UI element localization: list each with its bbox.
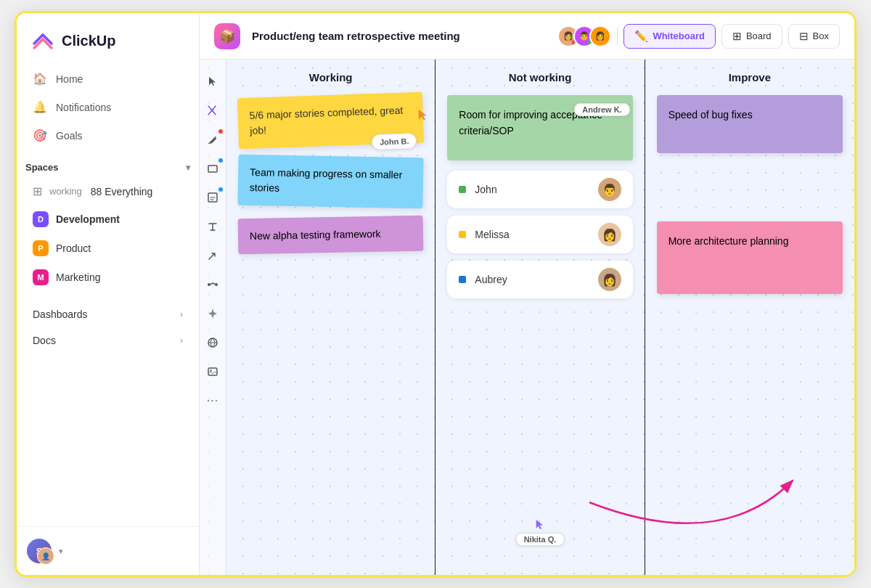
- svg-point-3: [208, 283, 210, 286]
- board-icon: ⊞: [732, 30, 742, 43]
- sidebar-item-home[interactable]: 🏠 Home: [24, 65, 192, 92]
- more-tools[interactable]: ···: [200, 388, 226, 414]
- sticky-note-i2[interactable]: More architecture planning: [657, 221, 843, 294]
- marketing-badge: M: [33, 269, 49, 285]
- docs-label: Docs: [33, 335, 56, 346]
- chevron-right-icon-2: ›: [180, 335, 183, 346]
- everything-count: working: [49, 186, 82, 197]
- cursor-arrow: [417, 107, 430, 126]
- sticky-text-w3: New alpha testing framework: [250, 228, 381, 242]
- image-tool[interactable]: [200, 359, 226, 385]
- box-view-button[interactable]: ⊟ Box: [788, 24, 840, 49]
- topbar-separator: [617, 28, 618, 45]
- page-title: Product/eng team retrospective meeting: [252, 30, 546, 42]
- columns-container: Working 5/6 major stories completed, gre…: [226, 60, 854, 575]
- sidebar-item-marketing[interactable]: M Marketing: [24, 264, 192, 291]
- globe-tool[interactable]: [200, 330, 226, 356]
- sidebar-item-docs[interactable]: Docs ›: [24, 327, 192, 354]
- user-avatar-img: 👤: [37, 547, 54, 565]
- melissa-name: Melissa: [475, 229, 589, 240]
- development-badge: D: [33, 211, 49, 227]
- product-badge: P: [33, 240, 49, 256]
- bell-icon: 🔔: [33, 100, 47, 114]
- sidebar-item-marketing-label: Marketing: [56, 271, 100, 283]
- cursor-label-andrew: Andrew K.: [574, 103, 629, 116]
- spacer: [657, 163, 843, 221]
- user-profile[interactable]: S 👤 ▾: [17, 526, 199, 575]
- box-label: Box: [813, 30, 829, 41]
- svg-point-7: [210, 369, 212, 372]
- whiteboard-view-button[interactable]: ✏️ Whiteboard: [623, 24, 716, 49]
- app-container: ClickUp 🏠 Home 🔔 Notifications 🎯 Goals S…: [15, 11, 856, 577]
- sidebar-item-development[interactable]: D Development: [24, 205, 192, 233]
- whiteboard-canvas[interactable]: ··· Working 5/6 major stories completed,…: [200, 60, 854, 575]
- rectangle-tool[interactable]: [200, 155, 226, 181]
- person-john: John 👨: [447, 171, 632, 208]
- nikita-label: Nikita Q.: [524, 535, 557, 544]
- logo-icon: [31, 29, 54, 52]
- select-tool[interactable]: [200, 68, 226, 94]
- not-working-column-title: Not working: [447, 71, 632, 83]
- sidebar-item-product-label: Product: [56, 242, 91, 254]
- home-icon: 🏠: [33, 72, 47, 86]
- sidebar-item-goals-label: Goals: [56, 130, 83, 142]
- working-column: Working 5/6 major stories completed, gre…: [226, 60, 436, 575]
- pencil-tool[interactable]: [200, 126, 226, 152]
- sidebar-item-notifications[interactable]: 🔔 Notifications: [24, 94, 192, 121]
- sticky-note-w3[interactable]: New alpha testing framework: [238, 216, 424, 254]
- svg-point-0: [211, 109, 214, 112]
- sidebar-item-goals[interactable]: 🎯 Goals: [24, 122, 192, 149]
- app-name: ClickUp: [62, 33, 115, 49]
- people-list: John 👨 Melissa 👩 Aubrey: [447, 171, 632, 298]
- svg-point-4: [215, 283, 218, 286]
- sticky-label-w1: John B.: [372, 132, 417, 150]
- whiteboard-toolbar: ···: [200, 60, 226, 575]
- andrew-label: Andrew K.: [582, 105, 621, 114]
- sticky-text-w1: 5/6 major stories completed, great job!: [249, 105, 403, 136]
- sidebar-item-dashboards[interactable]: Dashboards ›: [24, 301, 192, 327]
- text-tool[interactable]: [200, 213, 226, 240]
- sticky-note-tool[interactable]: [200, 184, 226, 211]
- spaces-label: Spaces: [25, 162, 59, 173]
- aubrey-name: Aubrey: [475, 274, 589, 285]
- box-icon: ⊟: [799, 30, 809, 43]
- whiteboard-layout: ··· Working 5/6 major stories completed,…: [200, 60, 854, 575]
- sidebar-item-development-label: Development: [56, 213, 120, 225]
- person-melissa: Melissa 👩: [447, 216, 632, 253]
- everything-label: 88 Everything: [91, 186, 153, 197]
- connector-tool[interactable]: [200, 271, 226, 298]
- svg-rect-1: [208, 166, 217, 172]
- sidebar-item-everything[interactable]: ⊞ working 88 Everything: [24, 179, 192, 204]
- improve-column: Improve Speed of bug fixes More architec…: [645, 60, 854, 575]
- sticky-note-w2[interactable]: Team making progress on smaller stories: [237, 155, 424, 208]
- goals-icon: 🎯: [33, 128, 47, 142]
- john-status-dot: [459, 186, 466, 193]
- sidebar: ClickUp 🏠 Home 🔔 Notifications 🎯 Goals S…: [17, 13, 200, 575]
- collaborators-group: 👩 👨 👩: [557, 25, 611, 47]
- whiteboard-icon: ✏️: [634, 30, 648, 43]
- sidebar-item-notifications-label: Notifications: [56, 102, 111, 113]
- aubrey-status-dot: [459, 276, 466, 283]
- dashboards-label: Dashboards: [33, 309, 88, 320]
- secondary-nav: Dashboards › Docs ›: [17, 301, 199, 354]
- arrow-tool[interactable]: [200, 242, 226, 269]
- melissa-avatar: 👩: [598, 223, 621, 246]
- melissa-status-dot: [459, 231, 466, 238]
- main-content: 📦 Product/eng team retrospective meeting…: [200, 13, 854, 575]
- app-logo: ClickUp: [17, 13, 199, 65]
- sticky-note-i1[interactable]: Speed of bug fixes: [657, 95, 843, 153]
- cursor-label-nikita: Nikita Q.: [516, 533, 565, 546]
- effects-tool[interactable]: [200, 301, 226, 327]
- sticky-note-w1[interactable]: 5/6 major stories completed, great job! …: [237, 92, 425, 150]
- avatar: S 👤: [27, 539, 52, 563]
- john-avatar: 👨: [598, 178, 621, 201]
- improve-column-title: Improve: [657, 71, 843, 83]
- spaces-section-header[interactable]: Spaces ▾: [17, 150, 199, 179]
- topbar: 📦 Product/eng team retrospective meeting…: [200, 13, 854, 60]
- magic-tool[interactable]: [200, 97, 226, 123]
- board-view-button[interactable]: ⊞ Board: [721, 24, 782, 49]
- sidebar-item-product[interactable]: P Product: [24, 234, 192, 262]
- chevron-down-icon: ▾: [186, 163, 190, 173]
- chevron-right-icon: ›: [180, 309, 183, 319]
- sticky-text-i2: More architecture planning: [668, 235, 789, 247]
